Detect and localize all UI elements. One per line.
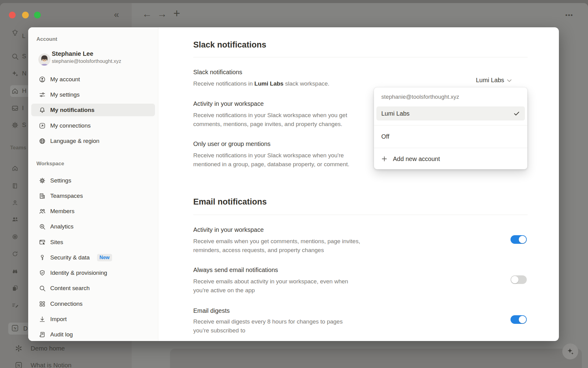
gear-icon[interactable] [11,121,19,130]
back-icon[interactable]: ← [142,8,152,20]
download-icon [39,316,46,323]
settings-sidebar: Account Stephanie Lee stephanie@toolsfor… [28,27,158,341]
sidebar-item-my-account[interactable]: My account [31,73,155,86]
forward-icon[interactable]: → [157,8,167,20]
toggle-knob [519,236,526,243]
bell-icon [39,106,46,114]
desc-prefix: Receive notifications in [193,80,254,87]
flower-icon [15,344,23,354]
bg-page-what-is-notion[interactable]: What is Notion [31,362,71,368]
pages-icon[interactable] [11,285,19,293]
magnifier-icon [39,285,46,292]
zoom-button[interactable] [34,12,41,18]
sidebar-item-label: Security & data [50,254,90,261]
sidebar-item-language-region[interactable]: Language & region [31,135,155,147]
building-icon [39,192,46,200]
binoculars-icon[interactable] [11,267,19,276]
avatar [38,53,51,67]
bg-label-fragment: H [22,87,26,94]
sidebar-item-label: My settings [50,91,80,98]
sidebar-item-my-notifications[interactable]: My notifications [31,104,155,116]
desc-suffix: slack workspace. [284,80,330,87]
sidebar-item-my-settings[interactable]: My settings [31,88,155,101]
search-icon[interactable] [11,52,19,62]
sidebar-item-label: Import [50,316,67,323]
dropdown-item-lumi-labs[interactable]: Lumi Labs [376,106,525,121]
add-new-account-button[interactable]: Add new account [376,152,525,166]
bg-page-demo-home[interactable]: Demo home [31,345,65,352]
compose-icon[interactable] [11,302,19,310]
sidebar-item-identity-provisioning[interactable]: Identity & provisioning [31,266,155,279]
slack-notifications-row-title: Slack notifications [193,69,242,76]
target-icon[interactable] [11,233,19,242]
sidebar-item-sites[interactable]: Sites [31,236,155,248]
email-activity-row-desc: Receive emails when you get comments, me… [193,237,360,255]
always-send-row-title: Always send email notifications [193,266,278,274]
always-send-row-desc: Receive emails about activity in your wo… [193,277,348,295]
email-activity-toggle[interactable] [511,235,527,244]
home-icon[interactable] [11,87,19,96]
notion-page-icon[interactable]: N [11,324,19,333]
person-circle-icon [39,76,46,83]
collapse-sidebar-icon[interactable]: « [114,9,119,20]
bg-label-fragment: L [22,33,25,40]
sidebar-item-import[interactable]: Import [31,313,155,325]
email-section-title: Email notifications [193,197,267,207]
user-email: stephanie@toolsforthought.xyz [52,58,121,64]
desc-bold: Lumi Labs [254,80,284,87]
more-options-icon[interactable]: ••• [565,12,573,18]
bg-teams-header: Teams [10,145,26,151]
sidebar-item-label: Teamspaces [50,193,83,199]
globe-icon [39,137,46,145]
sidebar-item-audit-log[interactable]: Audit log [31,328,155,341]
sidebar-item-teamspaces[interactable]: Teamspaces [31,190,155,202]
scroll-icon [39,331,46,338]
lightbulb-icon[interactable] [11,29,19,38]
activity-workspace-row-title: Activity in your workspace [193,100,264,107]
divider [374,125,527,125]
sidebar-item-label: Content search [50,285,90,292]
sidebar-item-label: Members [50,208,74,215]
sidebar-item-security-data[interactable]: Security & data New [31,251,155,264]
close-button[interactable] [9,12,16,18]
new-tab-icon[interactable]: + [173,7,180,20]
sidebar-item-analytics[interactable]: Analytics [31,220,155,233]
sidebar-item-label: Sites [50,239,63,246]
always-send-toggle[interactable] [511,275,527,284]
shield-check-icon [39,269,46,277]
add-new-account-label: Add new account [393,155,440,163]
sidebar-item-members[interactable]: Members [31,205,155,217]
home-icon[interactable] [11,165,19,173]
toggle-knob [519,316,526,323]
refresh-icon[interactable] [11,250,19,259]
arrow-box-icon [39,122,46,129]
chevron-down-icon [506,78,512,84]
dropdown-account-header: stephanie@toolsforthought.xyz [381,94,459,100]
check-icon [513,110,520,117]
email-digests-toggle[interactable] [511,315,527,324]
sidebar-item-content-search[interactable]: Content search [31,282,155,294]
bg-label-fragment: D [23,325,28,332]
dropdown-item-label: Off [381,133,389,140]
minimize-button[interactable] [22,12,29,18]
inbox-icon[interactable] [11,104,19,113]
ai-sparkle-button[interactable] [562,343,578,359]
sidebar-item-settings[interactable]: Settings [31,174,155,187]
people-icon[interactable] [11,216,19,224]
sparkles-icon[interactable] [11,70,19,79]
people-icon [39,208,46,215]
activity-workspace-row-desc: Receive notifications in your Slack work… [193,111,347,128]
settings-modal: Account Stephanie Lee stephanie@toolsfor… [28,27,559,341]
dropdown-item-label: Lumi Labs [381,110,409,117]
book-icon[interactable] [11,182,19,191]
person-icon[interactable] [11,199,19,208]
sidebar-item-my-connections[interactable]: My connections [31,119,155,132]
sidebar-item-connections[interactable]: Connections [31,297,155,310]
bg-label-fragment: I [22,105,24,112]
sliders-icon [39,91,46,98]
account-section-header: Account [36,36,57,42]
group-mentions-row-title: Only user or group mentions [193,140,270,148]
sidebar-item-label: Language & region [50,138,100,144]
slack-workspace-select[interactable]: Lumi Labs [476,77,512,84]
dropdown-item-off[interactable]: Off [376,129,525,144]
